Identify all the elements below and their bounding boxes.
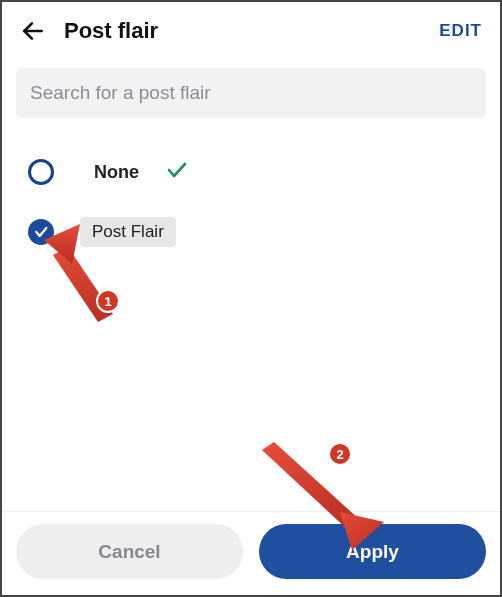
post-flair-screen: Post flair EDIT None Post Flair (0, 0, 502, 597)
flair-chip: Post Flair (80, 217, 176, 247)
apply-button[interactable]: Apply (259, 524, 486, 579)
radio-selected-icon[interactable] (28, 219, 54, 245)
cancel-button[interactable]: Cancel (16, 524, 243, 579)
annotation-badge-1: 1 (96, 289, 120, 313)
check-icon (165, 158, 189, 186)
flair-option-label: None (94, 162, 139, 183)
edit-button[interactable]: EDIT (435, 15, 486, 47)
search-input[interactable] (30, 82, 472, 104)
back-arrow-icon (20, 18, 46, 44)
svg-marker-1 (53, 247, 113, 322)
page-title: Post flair (64, 18, 435, 44)
footer-actions: Cancel Apply (2, 511, 500, 595)
header-bar: Post flair EDIT (2, 2, 500, 60)
flair-options-list: None Post Flair (2, 118, 500, 256)
annotation-badge-2: 2 (328, 442, 352, 466)
search-bar[interactable] (16, 68, 486, 118)
back-button[interactable] (16, 14, 50, 48)
radio-unselected-icon[interactable] (28, 159, 54, 185)
flair-option-none[interactable]: None (28, 148, 486, 196)
flair-option-post-flair[interactable]: Post Flair (28, 208, 486, 256)
checkmark-icon (33, 224, 49, 240)
